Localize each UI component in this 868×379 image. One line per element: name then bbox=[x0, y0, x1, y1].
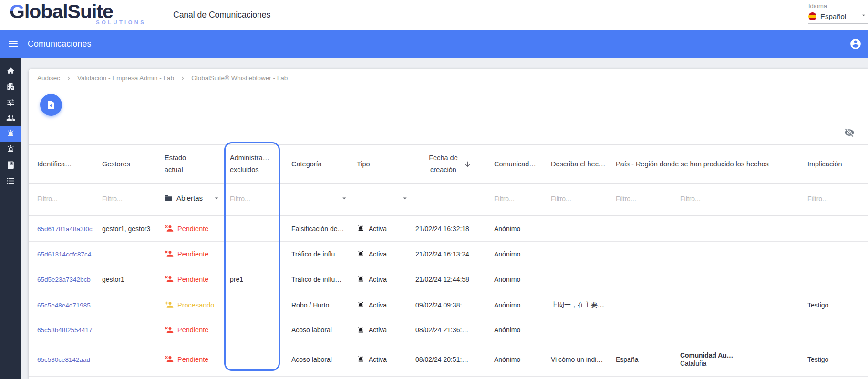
cell-tipo: Activa bbox=[357, 301, 413, 309]
column-header-label: Estado actual bbox=[165, 152, 191, 176]
filter-input-pais[interactable] bbox=[616, 194, 655, 205]
region-sub: Cataluña bbox=[680, 360, 706, 367]
tune-icon bbox=[6, 98, 15, 107]
table-row[interactable]: 65c5e48e4d71985ProcesandoRobo / HurtoAct… bbox=[29, 292, 868, 318]
person-add-icon bbox=[165, 300, 174, 309]
column-header-estado[interactable]: Estado actual bbox=[156, 152, 224, 176]
column-header-describa[interactable]: Describa el hec… bbox=[542, 158, 607, 170]
filter-cell-tipo bbox=[349, 194, 413, 205]
sidebar-item-siren[interactable] bbox=[0, 126, 21, 142]
table-filter-row: Abiertas bbox=[29, 184, 868, 216]
cell-implicacion: Testigo bbox=[807, 301, 828, 309]
filter-input-region[interactable] bbox=[680, 194, 719, 205]
filter-select-tipo[interactable] bbox=[357, 194, 409, 205]
sidebar-item-home[interactable] bbox=[0, 63, 21, 79]
language-value: Español bbox=[820, 12, 846, 20]
account-circle-icon[interactable] bbox=[849, 38, 862, 52]
column-header-excluidos[interactable]: Administra… excluidos bbox=[224, 152, 280, 176]
status-label: Pendiente bbox=[177, 326, 208, 334]
column-header-implicacion[interactable]: Implicación bbox=[799, 158, 868, 170]
cell-categoria: Robo / Hurto bbox=[291, 301, 329, 309]
sort-desc-icon[interactable] bbox=[464, 160, 472, 168]
filter-select-categoria[interactable] bbox=[291, 194, 349, 205]
filter-input-excluidos[interactable] bbox=[230, 194, 273, 205]
filter-cell-implicacion bbox=[799, 194, 868, 205]
sidebar-item-list[interactable] bbox=[0, 173, 21, 189]
column-header-fecha[interactable]: Fecha de creación bbox=[413, 152, 486, 176]
sidebar-item-people[interactable] bbox=[0, 110, 21, 126]
cell-comunicado: Anónimo bbox=[494, 356, 520, 363]
tipo-label: Activa bbox=[369, 276, 387, 283]
breadcrumb-item[interactable]: GlobalSuite® Whistleblower - Lab bbox=[191, 74, 288, 82]
filter-cell-categoria bbox=[280, 194, 349, 205]
filter-input-comunicado[interactable] bbox=[494, 194, 533, 205]
cell-tipo: Activa bbox=[357, 275, 413, 283]
filter-input-gestores[interactable] bbox=[102, 194, 141, 205]
breadcrumb-item[interactable]: Audisec bbox=[37, 74, 60, 82]
new-report-button[interactable] bbox=[40, 94, 62, 116]
cell-tipo: Activa bbox=[357, 250, 413, 258]
siren-icon bbox=[357, 326, 365, 334]
column-header-comunicado[interactable]: Comunicad… bbox=[486, 158, 542, 170]
cell-tipo: Activa bbox=[357, 326, 413, 334]
caret-down-icon bbox=[401, 194, 409, 203]
sidebar-item-book[interactable] bbox=[0, 157, 21, 173]
doc-download-icon bbox=[46, 100, 56, 110]
filter-select-estado[interactable]: Abiertas bbox=[165, 194, 221, 205]
column-header-label: Fecha de creación bbox=[427, 152, 460, 176]
chevron-down-icon bbox=[860, 12, 867, 20]
filter-cell-pais bbox=[607, 194, 672, 205]
region-main: Comunidad Au… bbox=[680, 352, 733, 359]
report-id-link[interactable]: 65d61781a48a3f0c bbox=[37, 225, 93, 233]
siren-icon bbox=[6, 129, 15, 138]
table-row[interactable]: 65c53b48f2554417PendienteAcoso laboralAc… bbox=[29, 318, 868, 342]
page-title: Canal de Comunicaciones bbox=[173, 10, 270, 20]
column-header-gestores[interactable]: Gestores bbox=[93, 158, 156, 170]
folder-icon bbox=[165, 194, 173, 202]
report-id-link[interactable]: 65d61314ccfc87c4 bbox=[37, 251, 91, 258]
table-row[interactable]: 65d61781a48a3f0cgestor1, gestor3Pendient… bbox=[29, 216, 868, 242]
breadcrumb-item[interactable]: Validación - Empresa Admin - Lab bbox=[77, 74, 174, 82]
report-id-link[interactable]: 65d5e23a7342bcb bbox=[37, 276, 91, 283]
spain-flag-icon bbox=[808, 12, 816, 20]
column-header-categoria[interactable]: Categoría bbox=[280, 158, 349, 170]
table-row[interactable]: 65d5e23a7342bcbgestor1Pendientepre1Tráfi… bbox=[29, 266, 868, 292]
column-header-pais_region[interactable]: País - Región donde se han producido los… bbox=[607, 158, 799, 170]
table-row[interactable]: 65d61314ccfc87c4PendienteTráfico de infl… bbox=[29, 242, 868, 266]
filter-input-identificador[interactable] bbox=[37, 194, 76, 205]
sidebar-item-apartment[interactable] bbox=[0, 79, 21, 94]
sidebar-item-tune[interactable] bbox=[0, 94, 21, 110]
chevron-right-icon bbox=[179, 75, 186, 82]
report-id-link[interactable]: 65c530ce8142aad bbox=[37, 356, 90, 363]
cell-fecha: 09/02/24 09:38:… bbox=[415, 301, 468, 309]
appbar-title: Comunicaciones bbox=[28, 39, 92, 49]
cell-comunicado: Anónimo bbox=[494, 301, 520, 309]
status-label: Pendiente bbox=[177, 276, 208, 283]
filter-input-describa[interactable] bbox=[551, 194, 590, 205]
chevron-right-icon bbox=[65, 75, 72, 82]
column-header-identificador[interactable]: Identifica… bbox=[29, 158, 93, 170]
report-id-link[interactable]: 65c5e48e4d71985 bbox=[37, 302, 91, 309]
person-remove-icon bbox=[165, 249, 174, 258]
caret-down-icon bbox=[340, 194, 349, 203]
cell-fecha: 08/02/24 20:51:… bbox=[415, 356, 468, 363]
column-header-label: Categoría bbox=[291, 160, 322, 168]
table-row[interactable]: 65c530ce8142aadPendienteAcoso laboralAct… bbox=[29, 342, 868, 377]
cell-fecha: 21/02/24 16:32:18 bbox=[415, 225, 469, 233]
column-header-label: Administra… excluidos bbox=[230, 152, 276, 176]
filter-input-implicacion[interactable] bbox=[807, 194, 847, 205]
column-header-label: Describa el hec… bbox=[551, 160, 605, 168]
report-id-link[interactable]: 65c53b48f2554417 bbox=[37, 327, 93, 334]
column-header-tipo[interactable]: Tipo bbox=[349, 158, 413, 170]
column-header-label: Implicación bbox=[807, 160, 842, 168]
hide-columns-eye-off-icon[interactable] bbox=[844, 127, 855, 140]
chevron-right-icon bbox=[65, 75, 72, 82]
menu-icon[interactable] bbox=[9, 41, 18, 47]
sidebar-item-siren-outline[interactable] bbox=[0, 142, 21, 157]
logo-wordmark: GlobalSuite bbox=[10, 1, 157, 22]
cell-comunicado: Anónimo bbox=[494, 326, 520, 334]
language-select[interactable]: Español bbox=[808, 10, 868, 24]
filter-underline-fecha[interactable] bbox=[415, 194, 484, 205]
main-card: AudisecValidación - Empresa Admin - LabG… bbox=[29, 69, 868, 379]
person-remove-icon bbox=[165, 275, 174, 284]
